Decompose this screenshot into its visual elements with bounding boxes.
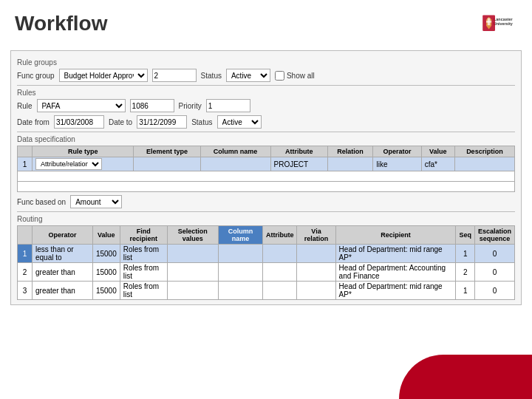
- show-all-label: Show all: [287, 72, 315, 80]
- date-to-input[interactable]: [137, 115, 187, 129]
- routing-seq-3: 1: [456, 282, 475, 300]
- spec-col-description: Description: [454, 146, 514, 157]
- routing-col-val-3: [219, 282, 263, 300]
- spec-col-relation: Relation: [327, 146, 373, 157]
- routing-esc-1: 0: [474, 245, 514, 263]
- routing-col-via-relation: Via relation: [297, 226, 335, 245]
- priority-input[interactable]: [206, 99, 250, 112]
- routing-col-escalation: Escalation sequence: [474, 226, 514, 245]
- spec-element-type: [134, 157, 200, 171]
- show-all-row: Show all: [275, 71, 315, 81]
- rule-groups-row: Func group Budget Holder Approval Status…: [17, 69, 515, 82]
- func-based-on-label: Func based on: [17, 198, 66, 206]
- routing-recipient-1: Head of Department: mid range AP*: [335, 245, 456, 263]
- routing-col-find-recipient: Find recipient: [120, 226, 167, 245]
- routing-seq-2: 2: [456, 263, 475, 282]
- spec-description: [454, 157, 514, 171]
- routing-col-selection-values: Selection values: [167, 226, 218, 245]
- spec-col-element-type: Element type: [134, 146, 200, 157]
- spec-attribute: PROJECT: [270, 157, 327, 171]
- spec-relation: [327, 157, 373, 171]
- routing-col-val-1: [219, 245, 263, 263]
- priority-label: Priority: [179, 102, 202, 110]
- rule-groups-label: Rule groups: [17, 58, 515, 66]
- spec-num: 1: [18, 157, 33, 171]
- svg-text:University: University: [494, 21, 513, 26]
- func-group-select[interactable]: Budget Holder Approval: [59, 69, 148, 82]
- data-spec-table: Rule type Element type Column name Attri…: [17, 146, 515, 192]
- spec-row-empty-1: [18, 171, 515, 182]
- func-group-num-input[interactable]: [152, 69, 197, 82]
- routing-attr-3: [262, 282, 297, 300]
- routing-label: Routing: [17, 215, 515, 223]
- rules-row-1: Rule PAFA Priority: [17, 99, 515, 112]
- date-from-input[interactable]: [54, 115, 104, 129]
- spec-col-attribute: Attribute: [270, 146, 327, 157]
- routing-via-1: [297, 245, 335, 263]
- rule-select[interactable]: PAFA: [37, 99, 126, 112]
- routing-val-3: 15000: [92, 282, 120, 300]
- spec-col-rule-type: Rule type: [33, 146, 134, 157]
- spec-col-operator: Operator: [373, 146, 421, 157]
- routing-op-1: less than or equal to: [33, 245, 93, 263]
- routing-row-1[interactable]: 1 less than or equal to 15000 Roles from…: [18, 245, 515, 263]
- spec-column-name: [200, 157, 270, 171]
- func-group-label: Func group: [17, 72, 55, 80]
- routing-col-value: Value: [92, 226, 120, 245]
- main-content: Rule groups Func group Budget Holder App…: [10, 50, 522, 305]
- show-all-checkbox[interactable]: [275, 71, 284, 81]
- rules-status-select[interactable]: Active: [217, 115, 262, 129]
- routing-attr-1: [262, 245, 297, 263]
- spec-operator: like: [373, 157, 421, 171]
- routing-via-2: [297, 263, 335, 282]
- func-based-on-select[interactable]: Amount: [70, 195, 122, 208]
- routing-attr-2: [262, 263, 297, 282]
- routing-find-1: Roles from list: [120, 245, 167, 263]
- rules-row-2: Date from Date to Status Active: [17, 115, 515, 129]
- status-label: Status: [201, 72, 222, 80]
- routing-table: Operator Value Find recipient Selection …: [17, 225, 515, 300]
- page-title: Workflow: [15, 12, 107, 35]
- page-header: Workflow Lancaster University: [0, 0, 532, 50]
- date-from-label: Date from: [17, 118, 50, 126]
- routing-col-column-name: Column name: [219, 226, 263, 245]
- spec-col-num: [18, 146, 33, 157]
- routing-num-1: 1: [18, 245, 33, 263]
- routing-recipient-3: Head of Department: mid range AP*: [335, 282, 456, 300]
- func-based-on-row: Func based on Amount: [17, 195, 515, 208]
- spec-row-1[interactable]: 1 Attribute/relation PROJECT like cfa*: [18, 157, 515, 171]
- routing-esc-3: 0: [474, 282, 514, 300]
- rules-status-label: Status: [191, 118, 212, 126]
- routing-sel-1: [167, 245, 218, 263]
- routing-esc-2: 0: [474, 263, 514, 282]
- routing-row-3[interactable]: 3 greater than 15000 Roles from list Hea…: [18, 282, 515, 300]
- routing-col-val-2: [219, 263, 263, 282]
- routing-via-3: [297, 282, 335, 300]
- routing-find-3: Roles from list: [120, 282, 167, 300]
- routing-op-2: greater than: [33, 263, 93, 282]
- rules-label: Rules: [17, 89, 515, 97]
- rule-num-input[interactable]: [130, 99, 174, 112]
- bottom-decoration: [399, 355, 532, 399]
- spec-rule-type: Attribute/relation: [33, 157, 134, 171]
- routing-col-attribute: Attribute: [262, 226, 297, 245]
- svg-rect-5: [486, 21, 491, 22]
- rule-label: Rule: [17, 102, 33, 110]
- routing-col-operator: Operator: [33, 226, 93, 245]
- data-spec-label: Data specification: [17, 135, 515, 143]
- routing-val-2: 15000: [92, 263, 120, 282]
- svg-text:Lancaster: Lancaster: [494, 17, 513, 21]
- spec-col-column-name: Column name: [200, 146, 270, 157]
- routing-row-2[interactable]: 2 greater than 15000 Roles from list Hea…: [18, 263, 515, 282]
- spec-value: cfa*: [421, 157, 454, 171]
- university-logo: Lancaster University: [482, 9, 517, 44]
- routing-find-2: Roles from list: [120, 263, 167, 282]
- status-select[interactable]: Active: [226, 69, 270, 82]
- spec-rule-type-select[interactable]: Attribute/relation: [35, 158, 102, 170]
- routing-op-3: greater than: [33, 282, 93, 300]
- routing-col-seq: Seq: [456, 226, 475, 245]
- routing-val-1: 15000: [92, 245, 120, 263]
- spec-row-empty-2: [18, 182, 515, 192]
- routing-num-3: 3: [18, 282, 33, 300]
- routing-col-num: [18, 226, 33, 245]
